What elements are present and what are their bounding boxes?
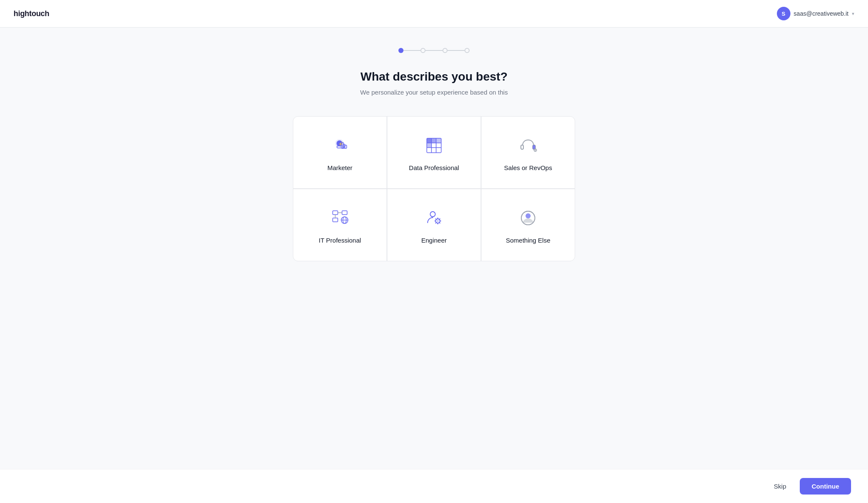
- card-data-professional-label: Data Professional: [409, 164, 459, 171]
- svg-line-40: [440, 219, 440, 220]
- page-subtitle: We personalize your setup experience bas…: [360, 89, 508, 96]
- main-content: What describes you best? We personalize …: [0, 28, 868, 295]
- card-sales-revops-label: Sales or RevOps: [504, 164, 552, 171]
- step-line-3: [448, 50, 465, 51]
- svg-rect-16: [521, 145, 523, 149]
- user-email: saas@creativeweb.it: [794, 10, 849, 17]
- card-data-professional[interactable]: Data Professional: [387, 117, 481, 188]
- card-something-else[interactable]: Something Else: [481, 189, 575, 261]
- it-professional-icon: [328, 206, 352, 230]
- card-sales-revops[interactable]: Sales or RevOps: [481, 117, 575, 188]
- card-it-professional[interactable]: IT Professional: [293, 189, 387, 261]
- step-dot-1: [398, 48, 403, 53]
- chevron-down-icon: ▾: [852, 11, 854, 17]
- card-marketer-label: Marketer: [327, 164, 352, 171]
- svg-rect-23: [333, 218, 338, 222]
- svg-rect-21: [333, 211, 338, 215]
- skip-button[interactable]: Skip: [767, 478, 793, 494]
- engineer-icon: [422, 206, 446, 230]
- step-dot-4: [465, 48, 470, 53]
- avatar: S: [777, 7, 790, 20]
- app-logo: hightouch: [14, 9, 49, 18]
- sales-revops-icon: [516, 134, 540, 157]
- marketer-icon: ⚡: [328, 134, 352, 157]
- svg-line-37: [436, 219, 437, 220]
- svg-rect-5: [345, 145, 347, 148]
- card-marketer[interactable]: ⚡ Marketer: [293, 117, 387, 188]
- data-professional-icon: [422, 134, 446, 157]
- step-indicator: [398, 48, 470, 53]
- svg-rect-13: [431, 138, 436, 143]
- svg-line-38: [440, 223, 440, 224]
- something-else-icon: [516, 206, 540, 230]
- svg-rect-22: [342, 211, 347, 215]
- step-dot-3: [442, 48, 448, 53]
- card-something-else-label: Something Else: [506, 237, 550, 244]
- card-it-professional-label: IT Professional: [319, 237, 361, 244]
- app-header: hightouch S saas@creativeweb.it ▾: [0, 0, 868, 28]
- card-engineer[interactable]: Engineer: [387, 189, 481, 261]
- svg-line-39: [436, 223, 437, 224]
- card-engineer-label: Engineer: [421, 237, 447, 244]
- svg-rect-15: [427, 143, 431, 148]
- continue-button[interactable]: Continue: [800, 478, 851, 495]
- user-menu[interactable]: S saas@creativeweb.it ▾: [777, 7, 854, 20]
- svg-point-32: [437, 220, 439, 222]
- step-line-1: [403, 50, 420, 51]
- footer-actions: Skip Continue: [0, 469, 868, 503]
- page-title: What describes you best?: [361, 70, 508, 84]
- step-dot-2: [420, 48, 426, 53]
- svg-rect-12: [427, 138, 431, 143]
- svg-rect-14: [436, 138, 441, 143]
- svg-point-30: [430, 212, 435, 217]
- svg-point-42: [526, 213, 531, 218]
- role-cards-grid: ⚡ Marketer: [293, 116, 575, 261]
- step-line-2: [426, 50, 442, 51]
